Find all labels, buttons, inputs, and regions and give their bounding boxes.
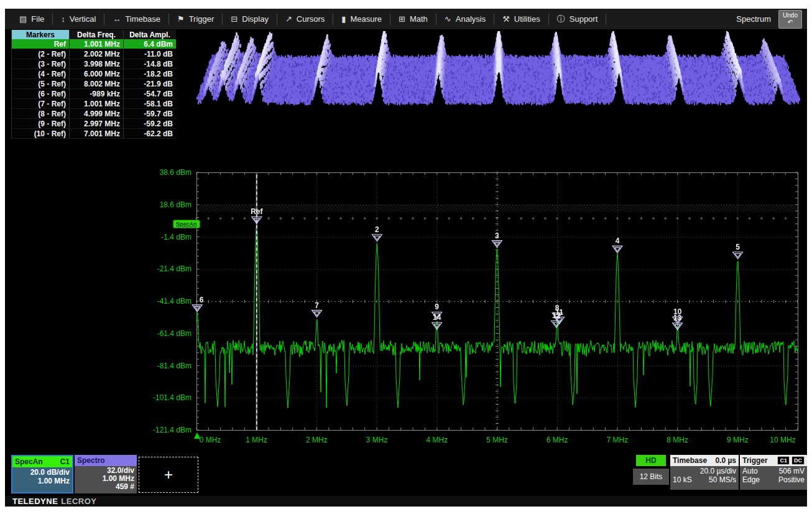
marker-table-row[interactable]: (3 - Ref)3.998 MHz-14.8 dB [12, 59, 177, 69]
menu-item-file[interactable]: ▤File [11, 9, 52, 29]
app-window: ▤File↕Vertical↔Timebase⚑Trigger⊟Display↗… [5, 9, 807, 507]
timebase-icon: ↔ [113, 14, 121, 24]
menu-item-trigger[interactable]: ⚑Trigger [169, 9, 222, 29]
menu-item-label: Support [570, 14, 598, 24]
menu-item-utilities[interactable]: ⚒Utilities [494, 9, 548, 29]
spectro-count: 459 # [77, 483, 134, 491]
menu-item-measure[interactable]: ▮Measure [333, 9, 390, 29]
markers-table[interactable]: Markers Delta Freq. Delta Ampl. Ref1.001… [11, 30, 176, 139]
undo-button[interactable]: Undo ↶ [778, 10, 802, 29]
menu-item-label: Math [410, 14, 428, 24]
vertical-icon: ↕ [61, 14, 65, 24]
marker-table-cell: 1.001 MHz [70, 39, 124, 49]
marker-table-cell: 7.001 MHz [70, 129, 124, 139]
timebase-scale: 20.0 µs/div [673, 467, 736, 475]
menu-item-analysis[interactable]: ∿Analysis [436, 9, 494, 29]
marker-table-row[interactable]: (4 - Ref)6.000 MHz-18.2 dB [12, 69, 177, 79]
undo-icon: ↶ [788, 19, 793, 26]
menu-item-label: Measure [350, 14, 382, 24]
marker-table-cell: 8.002 MHz [70, 79, 124, 89]
menu-item-math[interactable]: ⊞Math [390, 9, 436, 29]
delta-ampl-header-cell: Delta Ampl. [124, 30, 177, 39]
analysis-icon: ∿ [445, 14, 451, 24]
marker-table-cell: (7 - Ref) [12, 99, 70, 109]
marker-table-cell: 6.4 dBm [124, 39, 177, 49]
hd-badge: HD [636, 455, 666, 466]
marker-table-row[interactable]: (2 - Ref)2.002 MHz-11.0 dB [12, 49, 177, 59]
specan-channel: C1 [60, 457, 70, 466]
measure-icon: ▮ [341, 14, 346, 24]
spectro-title: Spectro [77, 456, 105, 465]
marker-table-row[interactable]: (9 - Ref)2.997 MHz-59.2 dB [12, 119, 177, 129]
utilities-icon: ⚒ [502, 14, 510, 24]
hd-status-box[interactable]: HD 12 Bits [633, 455, 669, 492]
spectrum-plot-canvas[interactable] [149, 163, 806, 444]
timebase-descriptor-box[interactable]: Timebase 0.0 µs 20.0 µs/div 10 kS 50 MS/… [670, 455, 739, 490]
marker-table-cell: -14.8 dB [124, 59, 177, 69]
trigger-title: Trigger [742, 456, 768, 465]
menu-item-label: Vertical [70, 14, 96, 24]
menu-item-label: Timebase [125, 14, 160, 24]
marker-table-row[interactable]: Ref1.001 MHz6.4 dBm [12, 39, 177, 49]
menu-item-label: Utilities [514, 14, 540, 24]
specan-descriptor-box[interactable]: SpecAn C1 20.0 dB/div 1.00 MHz [11, 455, 73, 493]
menu-item-label: Trigger [189, 14, 215, 24]
menu-item-label: File [31, 14, 44, 24]
marker-table-cell: -59.7 dB [124, 109, 177, 119]
marker-table-cell: -58.1 dB [124, 99, 177, 109]
trigger-mode: Auto [742, 467, 758, 475]
specan-span: 1.00 MHz [15, 477, 70, 485]
timebase-rate: 50 MS/s [709, 475, 736, 484]
timebase-offset: 0.0 µs [715, 456, 736, 465]
marker-table-cell: (5 - Ref) [12, 79, 70, 89]
menu-item-label: Analysis [456, 14, 486, 24]
menu-item-support[interactable]: ⓘSupport [549, 9, 606, 29]
marker-table-cell: -62.2 dB [124, 129, 177, 139]
trigger-coupling-badge: DC [791, 456, 805, 465]
marker-table-cell: Ref [12, 39, 70, 49]
markers-table-header: Markers Delta Freq. Delta Ampl. [12, 30, 177, 39]
menu-item-label: Cursors [297, 14, 325, 24]
spectro-descriptor-box[interactable]: Spectro 32.0/div 1.00 MHz 459 # [75, 455, 137, 493]
marker-table-cell: 4.999 MHz [70, 109, 124, 119]
specan-scale: 20.0 dB/div [15, 468, 70, 477]
trigger-descriptor-box[interactable]: Trigger C1 DC Auto 506 mV Edge Positive [740, 455, 807, 490]
marker-table-row[interactable]: (10 - Ref)7.001 MHz-62.2 dB [12, 129, 177, 139]
add-trace-button[interactable]: + [139, 457, 198, 493]
display-icon: ⊟ [231, 14, 238, 24]
menu-item-cursors[interactable]: ↗Cursors [277, 9, 333, 29]
brand-lecroy: LECROY [61, 497, 96, 506]
menu-item-vertical[interactable]: ↕Vertical [53, 9, 104, 29]
marker-table-cell: (10 - Ref) [12, 129, 70, 139]
add-icon: + [164, 466, 173, 484]
cursors-icon: ↗ [285, 14, 292, 24]
trigger-type: Edge [742, 475, 760, 484]
brand-bar: TELEDYNE LECROY [5, 496, 807, 507]
trigger-level: 506 mV [779, 467, 805, 475]
marker-table-cell: (3 - Ref) [12, 59, 70, 69]
specan-title: SpecAn [15, 457, 43, 466]
spectrogram-3d-canvas[interactable] [196, 31, 801, 126]
support-icon: ⓘ [557, 14, 565, 25]
marker-table-row[interactable]: (6 - Ref)-989 kHz-54.7 dB [12, 89, 177, 99]
menu-separator [606, 14, 606, 25]
marker-table-cell: (6 - Ref) [12, 89, 70, 99]
marker-table-row[interactable]: (7 - Ref)1.001 MHz-58.1 dB [12, 99, 177, 109]
menu-item-display[interactable]: ⊟Display [223, 9, 277, 29]
marker-table-cell: 2.997 MHz [70, 119, 124, 129]
undo-label: Undo [783, 12, 798, 19]
marker-table-cell: (4 - Ref) [12, 69, 70, 79]
marker-table-cell: 1.001 MHz [70, 99, 124, 109]
marker-table-cell: 3.998 MHz [70, 59, 124, 69]
marker-table-cell: -18.2 dB [124, 69, 177, 79]
file-icon: ▤ [19, 14, 27, 24]
specan-trace-badge[interactable]: SpecAn [173, 220, 200, 228]
marker-table-row[interactable]: (8 - Ref)4.999 MHz-59.7 dB [12, 109, 177, 119]
marker-table-row[interactable]: (5 - Ref)8.002 MHz-21.9 dB [12, 79, 177, 89]
marker-table-cell: -21.9 dB [124, 79, 177, 89]
marker-table-cell: (8 - Ref) [12, 109, 70, 119]
trigger-source-badge: C1 [777, 456, 790, 465]
menu-item-timebase[interactable]: ↔Timebase [104, 9, 168, 29]
trigger-slope: Positive [778, 475, 805, 484]
marker-table-cell: -989 kHz [70, 89, 124, 99]
